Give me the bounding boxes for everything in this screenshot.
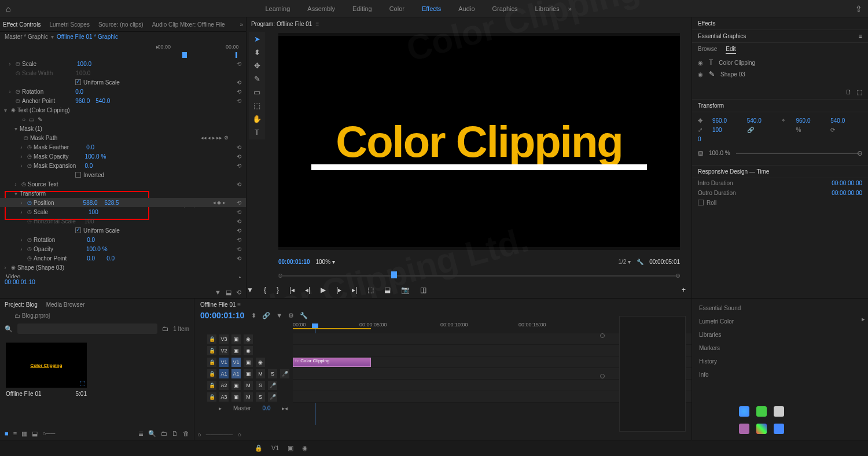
mask-track-controls[interactable]: ◂◂ ◂ ▸ ▸▸ ⚙ [201,135,229,141]
voice-icon[interactable]: 🎤 [268,392,277,402]
prop-scale[interactable]: Scale [22,61,36,67]
timeline-scroll-marker[interactable] [600,374,605,378]
workspace-overflow-icon[interactable]: » [568,5,572,12]
program-viewer[interactable]: Color Clipping Ltd. Color Clipping Color… [278,33,680,250]
panel-menu-icon[interactable]: ≡ [859,33,862,39]
track-toggle[interactable]: ▣ [231,392,241,402]
effects-panel-header[interactable]: Effects [692,17,868,30]
val-rotation2[interactable]: 0.0 [87,237,95,243]
eg-pos-x[interactable]: 960.0 [712,117,744,124]
track-source-v1[interactable]: V1 [219,358,229,367]
go-to-in-icon[interactable]: |◂ [289,286,295,294]
master-value[interactable]: 0.0 [263,405,271,411]
track-target-a1[interactable]: A1 [231,369,241,378]
prop-anchor[interactable]: Anchor Point [22,98,55,104]
tab-media-browser[interactable]: Media Browser [46,301,85,308]
marker-tool-icon[interactable]: ▼ [276,312,282,319]
step-back-icon[interactable]: ◂| [305,286,310,294]
lock-icon[interactable]: 🔒 [207,358,216,367]
hand-tool-icon[interactable]: ✋ [252,115,262,123]
track-toggle[interactable]: ▣ [244,369,253,378]
eg-pos-y[interactable]: 540.0 [747,117,779,124]
stopwatch-icon[interactable]: ◷ [14,89,22,94]
prop-rotation2[interactable]: Rotation [34,237,55,243]
extract-icon[interactable]: ⬓ [384,286,391,294]
val-anchor-x[interactable]: 960.0 [75,98,90,104]
new-item-icon[interactable]: 🗋 [172,430,178,437]
panel-history[interactable]: History [692,355,868,368]
video-header[interactable]: Video [6,274,20,278]
effect-controls-timecode[interactable]: 00:00:01:10 [0,278,246,286]
val-mask-expansion[interactable]: 0.0 [84,163,93,169]
mini-time-ruler[interactable]: ▸ :00:00 00:00 [0,42,246,52]
panel-libraries[interactable]: Libraries [692,328,868,341]
vertical-text-icon[interactable]: ⬍ [254,48,260,57]
link-icon[interactable]: 🔗 [747,127,779,133]
rectangle-tool-icon[interactable]: ▭ [253,88,260,97]
selection-tool-icon[interactable]: ➤ [254,35,260,43]
fx-shape-header[interactable]: Shape (Shape 03) [17,264,64,271]
play-icon[interactable]: ▶ [321,286,326,294]
uniform-scale2-checkbox[interactable] [75,227,81,233]
pin-icon[interactable]: ⬓ [226,289,231,296]
prop-source-text[interactable]: Source Text [28,181,58,187]
fx-text-header[interactable]: Text (Color Clipping) [17,107,70,113]
zoom-slider[interactable]: ○── [42,430,55,437]
val-position-y[interactable]: 628.5 [105,200,119,206]
program-timecode[interactable]: 00:00:01:10 [278,259,310,265]
timeline-zoom-in-icon[interactable]: ○ [237,431,241,438]
find-icon[interactable]: 🔍 [148,430,156,437]
search-icon[interactable]: 🔍 [5,325,13,333]
freeform-view-icon[interactable]: ▦ [21,430,27,437]
prop-rotation[interactable]: Rotation [22,89,43,95]
val-scale[interactable]: 100.0 [77,61,91,67]
lock-icon[interactable]: 🔒 [207,369,216,378]
eye-icon[interactable]: ◉ [244,346,253,355]
linked-selection-icon[interactable]: 🔗 [262,312,270,319]
tab-lumetri-scopes[interactable]: Lumetri Scopes [49,21,89,28]
mute-icon[interactable]: M [256,369,265,378]
timeline-scroll-marker[interactable] [600,333,605,338]
move-tool-icon[interactable]: ✥ [254,61,260,70]
toggle-icon[interactable]: ▣ [288,444,293,452]
new-layer-icon[interactable]: 🗋 [845,89,852,96]
project-item[interactable]: Color Clipping ⬚ Offline File 015:01 [6,343,87,397]
layer-shape[interactable]: ◉✎Shape 03 [692,68,868,80]
val-position-x[interactable]: 588.0 [83,200,98,206]
ws-audio[interactable]: Audio [458,5,475,12]
solo-icon[interactable]: S [268,369,277,378]
track-toggle[interactable]: ▣ [231,334,241,344]
track-target-v1[interactable]: V1 [231,358,241,367]
settings-icon[interactable]: 🔧 [637,259,643,265]
timeline-zoom-out-icon[interactable]: ○ [197,431,201,438]
thumbnail[interactable]: Color Clipping ⬚ [6,343,87,388]
lock-icon[interactable]: 🔒 [207,346,216,355]
tab-source[interactable]: Source: (no clips) [98,21,144,28]
mini-playhead[interactable] [182,52,187,58]
prop-mask-feather[interactable]: Mask Feather [34,144,69,150]
zoom-select[interactable]: 100% ▾ [315,259,334,265]
eye-icon[interactable]: ◉ [244,334,253,344]
filter-icon[interactable]: ▼ [215,289,221,296]
add-marker-icon[interactable]: ▼ [247,286,253,294]
eg-anchor-x[interactable]: 960.0 [796,117,828,124]
auto-sequence-icon[interactable]: ≣ [138,430,144,437]
val-anchor2-x[interactable]: 0.0 [87,255,95,262]
prop-mask-path[interactable]: Mask Path [30,135,57,141]
val-rotation[interactable]: 0.0 [75,89,83,95]
mask-pen-icon[interactable]: ✎ [38,116,42,123]
collapse-icon[interactable]: ▸ [219,405,222,411]
icon-view-icon[interactable]: ≡ [13,430,17,437]
mini-out-mark[interactable] [236,52,237,58]
fx-toggle-icon[interactable]: ◉ [9,107,17,113]
stopwatch-icon[interactable]: ◷ [14,61,22,67]
tab-audio-mixer[interactable]: Audio Clip Mixer: Offline File [152,21,225,28]
tab-project[interactable]: Project: Blog [5,301,38,308]
track-target-a3[interactable]: A3 [219,392,229,402]
step-forward-icon[interactable]: |▸ [336,286,341,294]
roll-checkbox[interactable] [698,200,704,205]
opacity-slider[interactable] [736,153,862,154]
keyframe-nav[interactable]: ◂ ◆ ▸ [213,200,226,205]
prop-scale2[interactable]: Scale [34,209,48,215]
track-toggle[interactable]: ▣ [231,346,241,355]
